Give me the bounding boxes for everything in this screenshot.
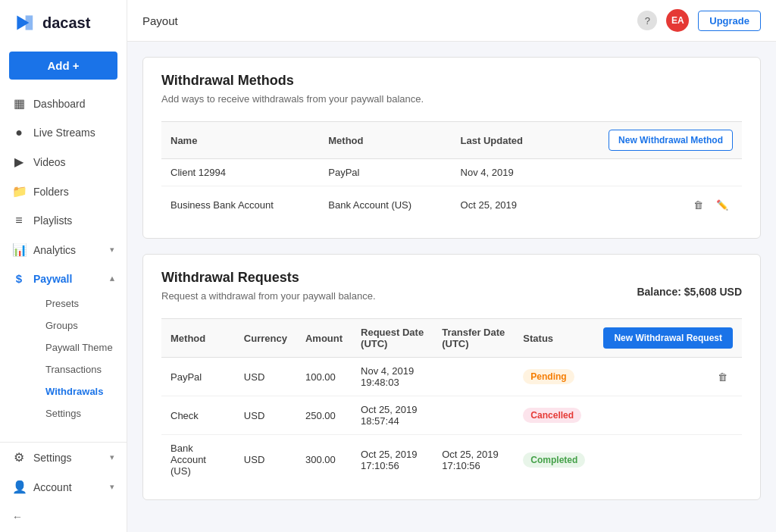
wm-actions: 🗑 ✏️ [556,186,742,224]
status-badge: Pending [523,369,574,384]
sidebar-item-folders[interactable]: 📁 Folders [0,177,127,206]
col-wr-actions: New Withdrawal Request [594,319,742,358]
sidebar-item-presets[interactable]: Presets [33,293,127,315]
withdrawal-methods-title: Withdrawal Methods [161,73,424,89]
sidebar: dacast Add + ▦ Dashboard ● Live Streams … [0,0,127,532]
col-amount: Amount [296,319,352,358]
paywall-submenu: Presets Groups Paywall Theme Transaction… [0,293,127,424]
folders-icon: 📁 [12,184,26,199]
sidebar-item-analytics[interactable]: 📊 Analytics ▾ [0,235,127,264]
edit-icon[interactable]: ✏️ [712,194,733,215]
wr-currency: USD [235,396,296,435]
wm-name: Client 12994 [161,159,319,186]
table-row: Check USD 250.00 Oct 25, 2019 18:57:44 C… [161,396,742,435]
sidebar-item-playlists[interactable]: ≡ Playlists [0,206,127,235]
wm-last-updated: Nov 4, 2019 [452,159,557,186]
withdrawal-requests-titles: Withdrawal Requests Request a withdrawal… [161,270,376,314]
dacast-logo-icon [12,11,36,35]
withdrawal-methods-subtitle: Add ways to receive withdrawals from you… [161,93,424,105]
paywall-icon: $ [12,272,26,285]
dashboard-icon: ▦ [12,96,26,111]
wr-method: Check [161,396,235,435]
wr-status: Completed [514,435,594,485]
sidebar-item-settings[interactable]: ⚙ Settings ▾ [0,443,127,472]
avatar: EA [666,9,689,32]
sidebar-item-account[interactable]: 👤 Account ▾ [0,472,127,502]
content-area: Withdrawal Methods Add ways to receive w… [127,42,776,532]
wr-actions [594,396,742,435]
new-withdrawal-request-button[interactable]: New Withdrawal Request [603,327,733,349]
sidebar-item-groups[interactable]: Groups [33,315,127,336]
status-badge: Cancelled [523,408,581,423]
withdrawal-methods-header: Withdrawal Methods Add ways to receive w… [161,73,742,117]
collapse-icon: ← [12,511,23,523]
analytics-icon: 📊 [12,243,26,257]
wm-last-updated: Oct 25, 2019 [452,186,557,224]
sidebar-collapse-button[interactable]: ← [0,502,127,532]
col-request-date: Request Date (UTC) [352,319,433,358]
sidebar-item-withdrawals[interactable]: Withdrawals [33,380,127,402]
col-currency: Currency [235,319,296,358]
sidebar-item-settings-paywall[interactable]: Settings [33,402,127,424]
withdrawal-requests-subtitle: Request a withdrawal from your paywall b… [161,290,376,302]
sidebar-item-label: Analytics [33,244,76,256]
sidebar-item-label: Account [33,481,72,493]
settings-icon: ⚙ [12,450,26,465]
help-button[interactable]: ? [637,11,657,30]
col-method: Method [161,319,235,358]
table-row: Bank Account (US) USD 300.00 Oct 25, 201… [161,435,742,485]
logo: dacast [0,0,127,45]
logo-text: dacast [42,14,90,32]
account-icon: 👤 [12,480,26,494]
page-title: Payout [142,14,178,27]
wm-method: Bank Account (US) [319,186,451,224]
wr-method: Bank Account (US) [161,435,235,485]
live-streams-icon: ● [12,126,26,139]
status-badge: Completed [523,452,585,468]
wr-transfer-date [433,396,514,435]
account-chevron-icon: ▾ [110,482,114,492]
sidebar-item-paywall[interactable]: $ Paywall ▴ [0,264,127,293]
header-actions: ? EA Upgrade [637,9,761,32]
sidebar-item-dashboard[interactable]: ▦ Dashboard [0,89,127,118]
sidebar-item-paywall-theme[interactable]: Paywall Theme [33,336,127,358]
sidebar-item-live-streams[interactable]: ● Live Streams [0,118,127,147]
balance-display: Balance: $5,608 USD [637,286,742,298]
wr-currency: USD [235,358,296,396]
header: Payout ? EA Upgrade [127,0,776,42]
add-button[interactable]: Add + [9,52,117,80]
sidebar-item-label: Dashboard [33,98,86,110]
sidebar-item-label: Paywall [33,273,72,285]
col-transfer-date: Transfer Date (UTC) [433,319,514,358]
wm-actions [556,159,742,186]
delete-icon[interactable]: 🗑 [687,194,709,215]
table-row: PayPal USD 100.00 Nov 4, 2019 19:48:03 P… [161,358,742,396]
upgrade-button[interactable]: Upgrade [698,11,761,31]
wr-request-date: Nov 4, 2019 19:48:03 [352,358,433,396]
wr-actions: 🗑 [594,358,742,396]
col-name: Name [161,122,319,159]
col-status: Status [514,319,594,358]
wr-amount: 300.00 [296,435,352,485]
sidebar-item-label: Videos [33,156,66,168]
wm-method: PayPal [319,159,451,186]
wr-request-date: Oct 25, 2019 18:57:44 [352,396,433,435]
sidebar-item-label: Settings [33,452,72,464]
playlists-icon: ≡ [12,214,26,227]
sidebar-item-videos[interactable]: ▶ Videos [0,147,127,177]
wr-amount: 250.00 [296,396,352,435]
col-method: Method [319,122,451,159]
withdrawal-requests-header: Withdrawal Requests Request a withdrawal… [161,270,742,314]
videos-icon: ▶ [12,155,26,169]
main-area: Payout ? EA Upgrade Withdrawal Methods A… [127,0,776,532]
paywall-chevron-icon: ▴ [110,274,114,283]
sidebar-item-label: Folders [33,186,69,198]
sidebar-bottom: ⚙ Settings ▾ 👤 Account ▾ ← [0,442,127,532]
wr-transfer-date [433,358,514,396]
wm-name: Business Bank Account [161,186,319,224]
delete-icon[interactable]: 🗑 [712,366,733,387]
wr-amount: 100.00 [296,358,352,396]
new-withdrawal-method-button[interactable]: New Withdrawal Method [609,130,733,151]
wr-currency: USD [235,435,296,485]
sidebar-item-transactions[interactable]: Transactions [33,358,127,380]
